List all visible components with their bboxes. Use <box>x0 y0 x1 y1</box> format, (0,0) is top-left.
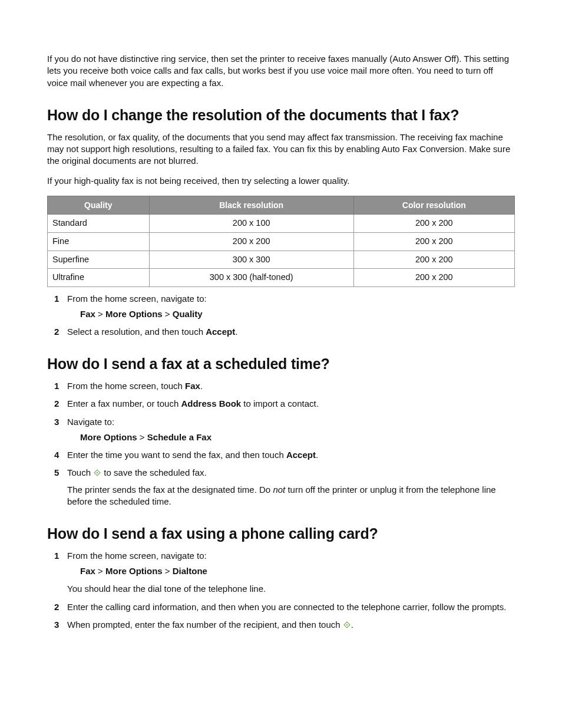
resolution-table: Quality Black resolution Color resolutio… <box>47 196 515 287</box>
th-black: Black resolution <box>149 196 353 215</box>
cell-black: 200 x 100 <box>149 215 353 233</box>
path-sep: > <box>95 309 105 319</box>
step-text: to import a contact. <box>241 398 319 409</box>
nav-path: Fax > More Options > Quality <box>80 308 515 320</box>
path-sep: > <box>95 566 105 576</box>
step-text: Touch <box>67 467 93 477</box>
resolution-para1: The resolution, or fax quality, of the d… <box>47 131 515 167</box>
step-item: Enter a fax number, or touch Address Boo… <box>54 398 515 410</box>
step-subtext: You should hear the dial tone of the tel… <box>67 583 515 595</box>
step-bold: Fax <box>185 381 200 391</box>
step-text: From the home screen, navigate to: <box>67 294 207 304</box>
path-part: More Options <box>105 309 163 319</box>
nav-path: More Options > Schedule a Fax <box>80 431 515 443</box>
schedule-steps: From the home screen, touch Fax. Enter a… <box>54 380 515 508</box>
cell-color: 200 x 200 <box>353 251 514 269</box>
table-row: Standard 200 x 100 200 x 200 <box>48 215 515 233</box>
path-sep: > <box>163 566 173 576</box>
path-part: More Options <box>80 432 137 442</box>
path-part: Fax <box>80 309 95 319</box>
table-row: Ultrafine 300 x 300 (half-toned) 200 x 2… <box>48 269 515 287</box>
table-row: Superfine 300 x 300 200 x 200 <box>48 251 515 269</box>
step-bold: Accept <box>286 450 316 460</box>
step-item: Touch to save the scheduled fax. The pri… <box>54 467 515 508</box>
step-item: When prompted, enter the fax number of t… <box>54 619 515 632</box>
step-text: . <box>200 381 203 391</box>
heading-schedule: How do I send a fax at a scheduled time? <box>47 354 515 374</box>
path-part: Fax <box>80 566 95 576</box>
step-text: From the home screen, navigate to: <box>67 551 207 561</box>
step-text: . <box>235 327 237 337</box>
svg-point-1 <box>97 472 98 474</box>
heading-calling-card: How do I send a fax using a phone callin… <box>47 524 515 544</box>
step-text: From the home screen, touch <box>67 381 185 391</box>
step-bold: Accept <box>206 327 235 337</box>
step-item: Enter the calling card information, and … <box>54 601 515 613</box>
resolution-para2: If your high-quality fax is not being re… <box>47 175 515 187</box>
card-steps: From the home screen, navigate to: Fax >… <box>54 550 515 632</box>
path-part: More Options <box>105 566 163 576</box>
table-row: Fine 200 x 200 200 x 200 <box>48 232 515 251</box>
step-text: When prompted, enter the fax number of t… <box>67 620 343 630</box>
start-diamond-icon <box>343 620 351 632</box>
step-text: to save the scheduled fax. <box>101 467 206 477</box>
path-part: Quality <box>173 309 203 319</box>
cell-quality: Standard <box>48 215 150 233</box>
path-part: Dialtone <box>173 566 207 576</box>
step-text: Enter a fax number, or touch <box>67 398 181 409</box>
step-bold: Address Book <box>181 398 241 409</box>
path-part: Schedule a Fax <box>147 432 211 442</box>
step-item: Navigate to: More Options > Schedule a F… <box>54 416 515 444</box>
step-item: From the home screen, navigate to: Fax >… <box>54 550 515 595</box>
cell-black: 300 x 300 <box>149 251 353 269</box>
note-text: The printer sends the fax at the designa… <box>67 485 273 495</box>
path-sep: > <box>137 432 147 442</box>
cell-color: 200 x 200 <box>353 215 514 233</box>
cell-quality: Ultrafine <box>48 269 150 287</box>
step-text: Navigate to: <box>67 417 114 427</box>
step-item: From the home screen, navigate to: Fax >… <box>54 293 515 321</box>
svg-point-3 <box>346 624 348 626</box>
step-item: Select a resolution, and then touch Acce… <box>54 326 515 338</box>
note-italic: not <box>273 485 285 495</box>
cell-black: 300 x 300 (half-toned) <box>149 269 353 287</box>
step-item: Enter the time you want to send the fax,… <box>54 449 515 461</box>
step-text: Enter the calling card information, and … <box>67 602 506 612</box>
step-note: The printer sends the fax at the designa… <box>67 484 515 508</box>
th-color: Color resolution <box>353 196 514 215</box>
th-quality: Quality <box>48 196 150 215</box>
cell-quality: Superfine <box>48 251 150 269</box>
cell-black: 200 x 200 <box>149 232 353 251</box>
nav-path: Fax > More Options > Dialtone <box>80 565 515 577</box>
cell-color: 200 x 200 <box>353 269 514 287</box>
start-diamond-icon <box>93 468 101 480</box>
heading-resolution: How do I change the resolution of the do… <box>47 106 515 126</box>
step-text: . <box>351 620 353 630</box>
step-text: Select a resolution, and then touch <box>67 327 206 337</box>
step-text: Enter the time you want to send the fax,… <box>67 450 286 460</box>
resolution-steps: From the home screen, navigate to: Fax >… <box>54 293 515 338</box>
step-item: From the home screen, touch Fax. <box>54 380 515 392</box>
step-text: . <box>316 450 318 460</box>
intro-paragraph: If you do not have distinctive ring serv… <box>47 53 515 89</box>
cell-color: 200 x 200 <box>353 232 514 251</box>
cell-quality: Fine <box>48 232 150 251</box>
path-sep: > <box>163 309 173 319</box>
